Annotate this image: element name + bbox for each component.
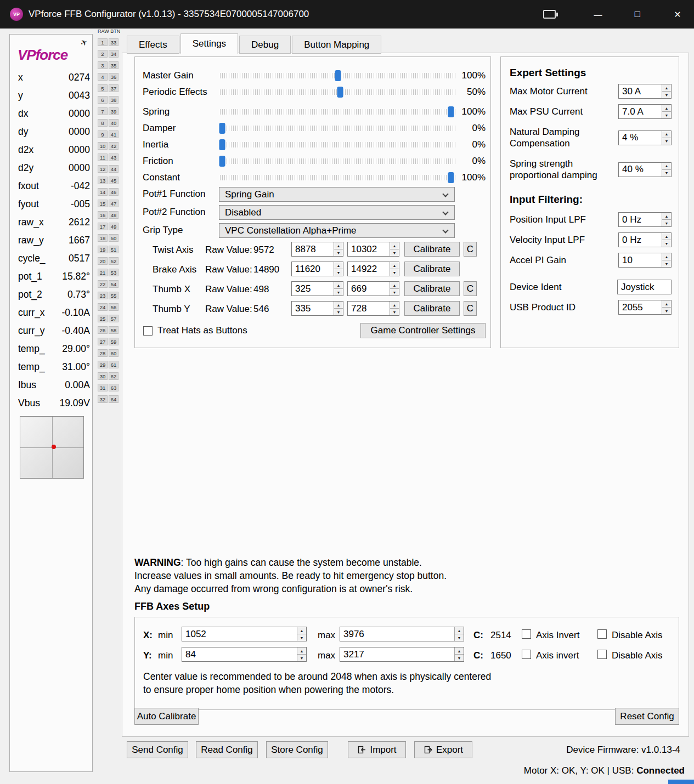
disable-axis-checkbox[interactable] [597,650,607,659]
spinner-value[interactable]: 40 % [619,163,662,177]
spinner-value[interactable]: 10 [619,253,662,267]
accel-pi-gain-input[interactable]: 10▲▼ [618,253,672,268]
spinner-value[interactable]: 728 [348,302,390,315]
spin-up-button[interactable]: ▲ [662,213,671,220]
spin-down-button[interactable]: ▼ [390,269,399,276]
spin-down-button[interactable]: ▼ [390,249,399,256]
spin-down-button[interactable]: ▼ [390,289,399,296]
spinner-value[interactable]: 0 Hz [619,213,662,226]
pot-2-function-combo[interactable]: Disabled [219,205,455,220]
spin-up-button[interactable]: ▲ [455,627,464,634]
twist-axis-c-button[interactable]: C [464,242,477,257]
spin-down-button[interactable]: ▼ [662,260,671,267]
brake-axis-max-input[interactable]: 14922▲▼ [347,262,399,276]
spin-up-button[interactable]: ▲ [662,131,671,138]
tab-settings[interactable]: Settings [180,33,238,54]
axis-invert-checkbox[interactable] [522,650,531,659]
velocity-input-lpf-input[interactable]: 0 Hz▲▼ [618,232,672,247]
close-button[interactable]: ✕ [661,0,694,29]
auto-calibrate-button[interactable]: Auto Calibrate [134,708,199,725]
spin-down-button[interactable]: ▼ [662,92,671,98]
game-controller-settings-button[interactable]: Game Controller Settings [360,323,486,338]
spin-up-button[interactable]: ▲ [662,233,671,240]
spin-down-button[interactable]: ▼ [662,112,671,118]
export-button[interactable]: Export [414,741,472,758]
spin-down-button[interactable]: ▼ [662,240,671,247]
spinner-value[interactable]: 325 [292,282,334,296]
disable-axis-checkbox[interactable] [597,629,607,639]
slider-handle[interactable] [219,123,225,134]
spin-down-button[interactable]: ▼ [455,634,464,641]
ffb-y-min-input[interactable]: 84▲▼ [182,647,307,662]
spinner-value[interactable]: 11620 [292,262,334,276]
natural-damping-compensation-input[interactable]: 4 %▲▼ [618,130,672,145]
spinner-value[interactable]: 8878 [292,242,334,256]
spin-up-button[interactable]: ▲ [334,242,343,249]
spin-down-button[interactable]: ▼ [334,289,343,296]
spin-up-button[interactable]: ▲ [334,302,343,309]
spin-down-button[interactable]: ▼ [662,220,671,226]
spinner-value[interactable]: 30 A [619,84,662,98]
tab-effects[interactable]: Effects [127,36,179,54]
brake-axis-min-input[interactable]: 11620▲▼ [291,262,343,276]
periodic-effects-slider[interactable] [220,86,456,98]
battery-icon[interactable] [543,10,556,19]
spin-down-button[interactable]: ▼ [390,309,399,315]
spin-down-button[interactable]: ▼ [455,655,464,661]
spinner-value[interactable]: 3217 [340,647,454,661]
spinner-value[interactable]: 7.0 A [619,105,662,118]
damper-slider[interactable] [220,122,456,134]
thumb-y-calibrate-button[interactable]: Calibrate [404,301,460,316]
import-button[interactable]: Import [348,741,406,758]
tab-debug[interactable]: Debug [239,36,291,54]
spinner-value[interactable]: 14922 [348,262,390,276]
spinner-value[interactable]: 1052 [182,627,297,641]
minimize-button[interactable]: — [582,0,614,29]
spin-up-button[interactable]: ▲ [334,282,343,289]
treat-hats-checkbox[interactable] [143,326,153,336]
spin-up-button[interactable]: ▲ [390,242,399,249]
thumb-y-c-button[interactable]: C [464,301,477,316]
axis-invert-checkbox[interactable] [522,629,531,639]
spin-up-button[interactable]: ▲ [662,300,671,308]
spin-down-button[interactable]: ▼ [662,138,671,145]
send-config-button[interactable]: Send Config [127,741,188,758]
spin-down-button[interactable]: ▼ [334,269,343,276]
twist-axis-min-input[interactable]: 8878▲▼ [291,242,343,257]
spin-up-button[interactable]: ▲ [390,282,399,289]
spring-strength-proportional-damping-input[interactable]: 40 %▲▼ [618,162,672,177]
spinner-value[interactable]: 669 [348,282,390,296]
read-config-button[interactable]: Read Config [196,741,258,758]
spin-down-button[interactable]: ▼ [334,309,343,315]
slider-handle[interactable] [335,70,341,81]
spin-up-button[interactable]: ▲ [297,647,306,655]
max-motor-current-input[interactable]: 30 A▲▼ [618,84,672,99]
usb-product-id-input[interactable]: 2055▲▼ [618,300,672,315]
slider-handle[interactable] [337,87,343,98]
spinner-value[interactable]: 84 [182,647,297,661]
twist-axis-max-input[interactable]: 10302▲▼ [347,242,399,257]
spinner-value[interactable]: 335 [292,302,334,315]
slider-handle[interactable] [219,139,225,150]
thumb-y-max-input[interactable]: 728▲▼ [347,301,399,316]
pot-1-function-combo[interactable]: Spring Gain [219,187,455,202]
spinner-value[interactable]: 3976 [340,627,454,641]
spin-up-button[interactable]: ▲ [390,302,399,309]
spin-up-button[interactable]: ▲ [662,253,671,260]
ffb-x-min-input[interactable]: 1052▲▼ [182,627,307,641]
spin-up-button[interactable]: ▲ [297,627,306,634]
thumb-x-min-input[interactable]: 325▲▼ [291,281,343,296]
constant-slider[interactable] [220,172,456,184]
spin-down-button[interactable]: ▼ [334,249,343,256]
inertia-slider[interactable] [220,139,456,151]
spin-down-button[interactable]: ▼ [297,655,306,661]
spin-up-button[interactable]: ▲ [334,262,343,269]
ffb-x-max-input[interactable]: 3976▲▼ [340,627,464,641]
grip-type-combo[interactable]: VPC Constellation Alpha+Prime [219,223,455,238]
max-psu-current-input[interactable]: 7.0 A▲▼ [618,104,672,119]
friction-slider[interactable] [220,155,456,167]
spin-up-button[interactable]: ▲ [662,84,671,92]
spin-up-button[interactable]: ▲ [455,647,464,655]
master-gain-slider[interactable] [220,70,456,82]
device-ident-input[interactable]: Joystick [617,280,672,294]
